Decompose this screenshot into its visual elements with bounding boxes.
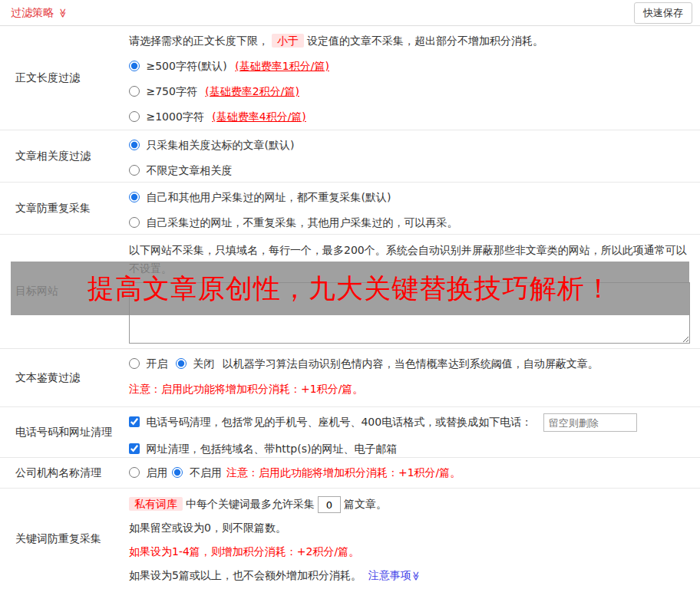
intro-pre: 请选择需求的正文长度下限， xyxy=(129,35,269,47)
row-porn-filter: 文本鉴黄过滤 开启 关闭 以机器学习算法自动识别色情内容，当色情概率达到系统阈值… xyxy=(0,349,700,407)
company-clean-off-label: 不启用 xyxy=(190,466,222,479)
url-clean-label: 网址清理，包括纯域名、带http(s)的网址、电子邮箱 xyxy=(146,443,397,455)
row-label-porn-filter: 文本鉴黄过滤 xyxy=(0,349,129,406)
company-clean-on-label: 启用 xyxy=(146,466,167,479)
keyword-dedup-line2: 如果留空或设为0，则不限篇数。 xyxy=(129,518,695,537)
length-option-750-line: ≥750字符 (基础费率2积分/篇) xyxy=(129,83,695,100)
dedup-option-all-users-label: 自己和其他用户采集过的网址，都不重复采集(默认) xyxy=(146,191,391,203)
length-option-1000-note: (基础费率4积分/篇) xyxy=(212,110,306,123)
length-option-750-label: ≥750字符 xyxy=(146,85,196,97)
row-keyword-dedup: 关键词防重复采集 私有词库中每个关键词最多允许采集篇文章。 如果留空或设为0，则… xyxy=(0,489,700,589)
relevance-radio-unlimited[interactable] xyxy=(129,165,140,176)
keyword-dedup-line4: 如果设为5篇或以上，也不会额外增加积分消耗。 注意事项≫ xyxy=(129,566,695,585)
relevance-option-default[interactable]: 只采集相关度达标的文章(默认) xyxy=(129,139,294,151)
dedup-option-self-only-label: 自己采集过的网址，不重复采集，其他用户采集过的，可以再采。 xyxy=(146,216,457,229)
porn-filter-option-on[interactable]: 开启 xyxy=(129,357,171,370)
target-sites-intro: 以下网站不采集，只填域名，每行一个，最多200个。系统会自动识别并屏蔽那些非文章… xyxy=(129,241,695,278)
row-label-phone-url-clean: 电话号码和网址清理 xyxy=(0,407,129,457)
url-clean-line: 网址清理，包括纯域名、带http(s)的网址、电子邮箱 xyxy=(129,440,695,457)
excluded-sites-textarea[interactable] xyxy=(129,282,690,344)
keyword-dedup-line1-end: 篇文章。 xyxy=(344,498,387,510)
private-lexicon-highlight: 私有词库 xyxy=(129,497,183,511)
porn-filter-off-label: 关闭 xyxy=(193,357,214,370)
porn-filter-option-off[interactable]: 关闭 xyxy=(176,357,218,370)
row-relevance-filter: 文章相关度过滤 只采集相关度达标的文章(默认) 不限定文章相关度 xyxy=(0,130,700,183)
company-clean-radio-off[interactable] xyxy=(172,467,183,478)
row-label-company-clean: 公司机构名称清理 xyxy=(0,458,129,488)
notes-link-text: 注意事项 xyxy=(368,569,411,581)
length-radio-500[interactable] xyxy=(129,61,140,71)
row-label-dedup-filter: 文章防重复采集 xyxy=(0,183,129,234)
page-title-text: 过滤策略 xyxy=(11,6,54,18)
dedup-option-1-line: 自己和其他用户采集过的网址，都不重复采集(默认) xyxy=(129,189,695,206)
max-collect-count-input[interactable] xyxy=(318,496,341,513)
row-company-clean: 公司机构名称清理 启用 不启用 注意：启用此功能将增加积分消耗：+1积分/篇。 xyxy=(0,458,700,489)
length-option-1000-line: ≥1000字符 (基础费率4积分/篇) xyxy=(129,108,695,125)
length-option-500[interactable]: ≥500字符(默认) xyxy=(129,60,230,72)
relevance-option-unlimited[interactable]: 不限定文章相关度 xyxy=(129,164,232,176)
page-title[interactable]: 过滤策略 ≫ xyxy=(11,6,68,20)
length-option-500-label: ≥500字符(默认) xyxy=(146,60,226,72)
length-option-750[interactable]: ≥750字符 xyxy=(129,85,200,97)
porn-filter-note: 注意：启用此功能将增加积分消耗：+1积分/篇。 xyxy=(129,380,695,397)
intro-post: 设定值的文章不采集，超出部分不增加积分消耗。 xyxy=(307,35,543,47)
row-label-target-sites: 目标网站 xyxy=(0,235,129,348)
dedup-radio-all-users[interactable] xyxy=(129,192,140,202)
chevron-down-icon: ≫ xyxy=(58,8,69,18)
porn-filter-on-label: 开启 xyxy=(146,357,167,370)
keyword-dedup-line4-text: 如果设为5篇或以上，也不会额外增加积分消耗。 xyxy=(129,569,362,581)
keyword-dedup-line1-mid: 中每个关键词最多允许采集 xyxy=(186,498,315,510)
porn-filter-options-line: 开启 关闭 以机器学习算法自动识别色情内容，当色情概率达到系统阈值，自动屏蔽文章… xyxy=(129,355,695,372)
row-label-relevance-filter: 文章相关度过滤 xyxy=(0,130,129,182)
porn-filter-radio-off[interactable] xyxy=(176,358,187,369)
length-filter-intro: 请选择需求的正文长度下限，小于设定值的文章不采集，超出部分不增加积分消耗。 xyxy=(129,32,695,49)
url-clean-checkbox[interactable] xyxy=(129,443,140,454)
length-option-500-note: (基础费率1积分/篇) xyxy=(235,60,329,72)
company-clean-radio-on[interactable] xyxy=(129,467,140,478)
row-label-length-filter: 正文长度过滤 xyxy=(0,26,129,130)
row-length-filter: 正文长度过滤 请选择需求的正文长度下限，小于设定值的文章不采集，超出部分不增加积… xyxy=(0,26,700,130)
length-radio-750[interactable] xyxy=(129,86,140,97)
replacement-phone-input[interactable] xyxy=(543,413,637,432)
less-than-highlight: 小于 xyxy=(272,34,304,48)
notes-link[interactable]: 注意事项≫ xyxy=(365,569,421,581)
dedup-option-self-only[interactable]: 自己采集过的网址，不重复采集，其他用户采集过的，可以再采。 xyxy=(129,216,457,229)
relevance-option-1-line: 只采集相关度达标的文章(默认) xyxy=(129,137,695,153)
porn-filter-radio-on[interactable] xyxy=(129,358,140,369)
dedup-option-all-users[interactable]: 自己和其他用户采集过的网址，都不重复采集(默认) xyxy=(129,191,391,203)
length-option-500-line: ≥500字符(默认) (基础费率1积分/篇) xyxy=(129,58,695,74)
company-clean-note: 注意：启用此功能将增加积分消耗：+1积分/篇。 xyxy=(226,466,461,480)
keyword-dedup-line3: 如果设为1-4篇，则增加积分消耗：+2积分/篇。 xyxy=(129,542,695,561)
porn-filter-desc: 以机器学习算法自动识别色情内容，当色情概率达到系统阈值，自动屏蔽文章。 xyxy=(223,357,599,370)
dedup-option-2-line: 自己采集过的网址，不重复采集，其他用户采集过的，可以再采。 xyxy=(129,214,695,231)
dedup-radio-self-only[interactable] xyxy=(129,217,140,228)
length-option-750-note: (基础费率2积分/篇) xyxy=(205,85,299,97)
row-dedup-filter: 文章防重复采集 自己和其他用户采集过的网址，都不重复采集(默认) 自己采集过的网… xyxy=(0,183,700,235)
quick-save-button[interactable]: 快速保存 xyxy=(634,2,692,24)
phone-clean-line: 电话号码清理，包括常见的手机号、座机号、400电话格式，或替换成如下电话： xyxy=(129,413,695,432)
topbar: 过滤策略 ≫ 快速保存 xyxy=(0,0,700,26)
length-option-1000-label: ≥1000字符 xyxy=(146,110,203,123)
row-target-sites: 目标网站 以下网站不采集，只填域名，每行一个，最多200个。系统会自动识别并屏蔽… xyxy=(0,235,700,349)
row-label-keyword-dedup: 关键词防重复采集 xyxy=(0,489,129,589)
row-phone-url-clean: 电话号码和网址清理 电话号码清理，包括常见的手机号、座机号、400电话格式，或替… xyxy=(0,407,700,458)
keyword-dedup-line1: 私有词库中每个关键词最多允许采集篇文章。 xyxy=(129,495,695,513)
company-clean-option-off[interactable]: 不启用 xyxy=(172,466,221,480)
phone-clean-checkbox[interactable] xyxy=(129,416,140,427)
phone-clean-label: 电话号码清理，包括常见的手机号、座机号、400电话格式，或替换成如下电话： xyxy=(146,416,532,428)
length-option-1000[interactable]: ≥1000字符 xyxy=(129,110,207,123)
relevance-option-2-line: 不限定文章相关度 xyxy=(129,162,695,179)
relevance-radio-default[interactable] xyxy=(129,140,140,150)
chevron-down-icon: ≫ xyxy=(407,571,425,581)
length-radio-1000[interactable] xyxy=(129,111,140,122)
phone-clean-option[interactable]: 电话号码清理，包括常见的手机号、座机号、400电话格式，或替换成如下电话： xyxy=(129,416,536,428)
relevance-option-default-label: 只采集相关度达标的文章(默认) xyxy=(146,139,294,151)
company-clean-option-on[interactable]: 启用 xyxy=(129,466,167,480)
url-clean-option[interactable]: 网址清理，包括纯域名、带http(s)的网址、电子邮箱 xyxy=(129,443,397,455)
relevance-option-unlimited-label: 不限定文章相关度 xyxy=(146,164,232,176)
